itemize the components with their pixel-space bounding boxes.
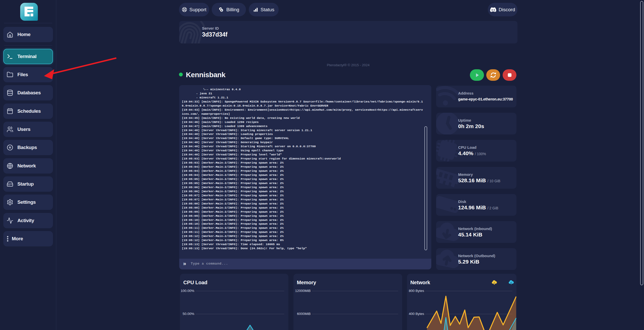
- svg-text:$: $: [221, 9, 222, 12]
